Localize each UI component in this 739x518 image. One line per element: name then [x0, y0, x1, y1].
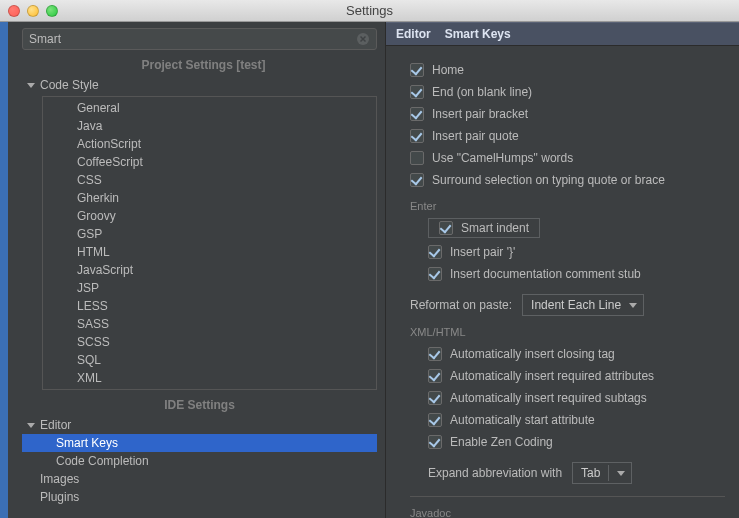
reformat-label: Reformat on paste: [410, 298, 512, 312]
opt-insert-quote[interactable]: Insert pair quote [410, 126, 725, 146]
checkbox-icon[interactable] [410, 129, 424, 143]
opt-insert-bracket[interactable]: Insert pair bracket [410, 104, 725, 124]
left-panel: Project Settings [test] Code Style Gener… [8, 22, 386, 518]
divider [410, 496, 725, 497]
checkbox-icon[interactable] [410, 151, 424, 165]
opt-camelhumps[interactable]: Use "CamelHumps" words [410, 148, 725, 168]
opt-auto-close-tag[interactable]: Automatically insert closing tag [428, 344, 725, 364]
opt-enable-zen[interactable]: Enable Zen Coding [428, 432, 725, 452]
tree-editor[interactable]: Editor [22, 416, 377, 434]
opt-smart-indent[interactable]: Smart indent [428, 218, 540, 238]
opt-home[interactable]: Home [410, 60, 725, 80]
expand-row: Expand abbreviation with Tab [428, 462, 725, 484]
enter-group-label: Enter [410, 200, 725, 212]
window-title: Settings [346, 3, 393, 18]
project-settings-header: Project Settings [test] [22, 54, 385, 76]
checkbox-icon[interactable] [410, 173, 424, 187]
tree-item[interactable]: General [43, 99, 376, 117]
checkbox-icon[interactable] [428, 391, 442, 405]
breadcrumb-editor[interactable]: Editor [396, 27, 431, 41]
xml-group-label: XML/HTML [410, 326, 725, 338]
maximize-icon[interactable] [46, 5, 58, 17]
tree-item[interactable]: SCSS [43, 333, 376, 351]
opt-end[interactable]: End (on blank line) [410, 82, 725, 102]
checkbox-icon[interactable] [439, 221, 453, 235]
checkbox-icon[interactable] [428, 369, 442, 383]
checkbox-icon[interactable] [428, 267, 442, 281]
search-field[interactable] [22, 28, 377, 50]
tree-item[interactable]: JSP [43, 279, 376, 297]
checkbox-icon[interactable] [428, 435, 442, 449]
tree-code-completion[interactable]: Code Completion [22, 452, 377, 470]
tree-smart-keys[interactable]: Smart Keys [22, 434, 377, 452]
checkbox-icon[interactable] [410, 85, 424, 99]
ide-settings-header: IDE Settings [22, 394, 377, 416]
tree-plugins[interactable]: Plugins [22, 488, 377, 506]
chevron-down-icon [617, 471, 625, 476]
javadoc-group-label: Javadoc [410, 507, 725, 518]
tree-label: Editor [40, 418, 71, 432]
opt-auto-start-attr[interactable]: Automatically start attribute [428, 410, 725, 430]
expand-label: Expand abbreviation with [428, 466, 562, 480]
checkbox-icon[interactable] [428, 413, 442, 427]
tree-label: Code Style [40, 78, 99, 92]
tree-item[interactable]: Groovy [43, 207, 376, 225]
breadcrumb: Editor Smart Keys [386, 22, 739, 46]
checkbox-icon[interactable] [410, 107, 424, 121]
left-edge-accent [0, 22, 8, 518]
checkbox-icon[interactable] [410, 63, 424, 77]
tree-item[interactable]: GSP [43, 225, 376, 243]
checkbox-icon[interactable] [428, 245, 442, 259]
tree-item[interactable]: CoffeeScript [43, 153, 376, 171]
chevron-down-icon[interactable] [26, 420, 36, 430]
settings-tree: Code Style General Java ActionScript Cof… [22, 76, 377, 518]
opt-auto-req-sub[interactable]: Automatically insert required subtags [428, 388, 725, 408]
checkbox-icon[interactable] [428, 347, 442, 361]
combo-value: Tab [581, 466, 600, 480]
clear-icon[interactable] [356, 32, 370, 46]
tree-images[interactable]: Images [22, 470, 377, 488]
expand-combo[interactable]: Tab [572, 462, 632, 484]
close-icon[interactable] [8, 5, 20, 17]
right-panel: Editor Smart Keys Home End (on blank lin… [386, 22, 739, 518]
divider [608, 465, 609, 481]
chevron-down-icon[interactable] [26, 80, 36, 90]
window-controls [8, 5, 58, 17]
tree-item[interactable]: Java [43, 117, 376, 135]
tree-item[interactable]: SQL [43, 351, 376, 369]
opt-insert-pair-brace[interactable]: Insert pair '}' [428, 242, 725, 262]
tree-item[interactable]: HTML [43, 243, 376, 261]
search-input[interactable] [29, 32, 356, 46]
reformat-combo[interactable]: Indent Each Line [522, 294, 644, 316]
tree-item[interactable]: SASS [43, 315, 376, 333]
combo-value: Indent Each Line [531, 298, 621, 312]
tree-item[interactable]: JavaScript [43, 261, 376, 279]
opt-insert-doc[interactable]: Insert documentation comment stub [428, 264, 725, 284]
tree-item[interactable]: XML [43, 369, 376, 387]
breadcrumb-smart-keys[interactable]: Smart Keys [445, 27, 511, 41]
chevron-down-icon [629, 303, 637, 308]
form-area: Home End (on blank line) Insert pair bra… [386, 46, 739, 518]
tree-item[interactable]: CSS [43, 171, 376, 189]
tree-item[interactable]: Gherkin [43, 189, 376, 207]
reformat-row: Reformat on paste: Indent Each Line [410, 294, 725, 316]
opt-surround[interactable]: Surround selection on typing quote or br… [410, 170, 725, 190]
tree-item[interactable]: LESS [43, 297, 376, 315]
opt-auto-req-attr[interactable]: Automatically insert required attributes [428, 366, 725, 386]
titlebar: Settings [0, 0, 739, 22]
code-style-children: General Java ActionScript CoffeeScript C… [42, 96, 377, 390]
tree-item[interactable]: ActionScript [43, 135, 376, 153]
tree-code-style[interactable]: Code Style [22, 76, 377, 94]
minimize-icon[interactable] [27, 5, 39, 17]
